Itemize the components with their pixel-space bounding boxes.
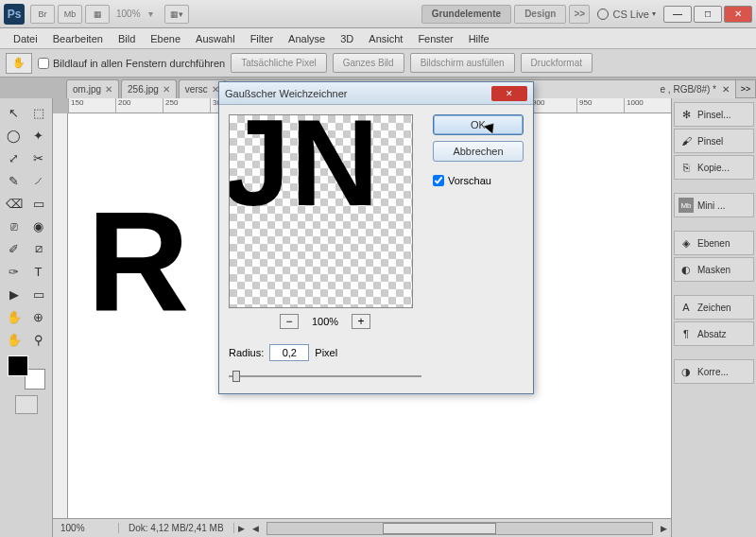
menu-ebene[interactable]: Ebene [143,31,188,46]
scroll-right-icon[interactable]: ▶ [657,524,671,533]
3d-tool[interactable]: ✋ [3,306,26,327]
tab-overflow[interactable]: >> [735,79,756,98]
window-maximize[interactable]: □ [694,6,722,23]
filter-preview[interactable]: JN [229,114,413,308]
workspace-more[interactable]: >> [569,5,590,24]
color-swatches[interactable] [8,355,45,390]
menu-analyse[interactable]: Analyse [281,31,333,46]
zoom-out-button[interactable]: − [280,314,299,329]
zoom-in-button[interactable]: + [352,314,370,329]
cursor-icon [485,119,498,136]
move-tool[interactable]: ↖ [3,102,26,123]
bridge-button[interactable]: Br [30,5,55,24]
menu-3d[interactable]: 3D [333,31,361,46]
scroll-left-icon[interactable]: ◀ [249,524,263,533]
menu-hilfe[interactable]: Hilfe [461,31,497,46]
lasso-tool[interactable]: ◯ [3,125,26,146]
panel-brush-presets[interactable]: ✻Pinsel... [674,102,754,127]
brush-tool[interactable]: ⟋ [27,170,50,191]
blur-tool[interactable]: ✐ [3,238,26,259]
zoom-tool[interactable]: ⚲ [27,329,50,350]
tab-close-icon[interactable]: ✕ [163,84,170,95]
menu-bearbeiten[interactable]: Bearbeiten [45,31,111,46]
preview-label: Vorschau [448,175,491,186]
dialog-close-button[interactable]: ✕ [491,86,527,101]
quickmask-toggle[interactable] [15,395,38,414]
shape-tool[interactable]: ▭ [27,284,50,304]
scroll-all-checkbox[interactable]: Bildlauf in allen Fenstern durchführen [38,58,225,69]
cslive-label: CS Live [612,9,649,20]
zoom-dropdown-icon[interactable]: ▾ [148,9,153,19]
wand-tool[interactable]: ✦ [27,125,50,146]
tab-close-icon[interactable]: ✕ [722,84,730,95]
workspace-grundelemente[interactable]: Grundelemente [421,5,511,24]
radius-label: Radius: [229,347,264,358]
ok-button[interactable]: OK [433,114,524,135]
slider-thumb[interactable] [232,371,240,382]
hand-tool[interactable]: ✋ [3,329,26,350]
minibridge-button[interactable]: Mb [58,5,82,24]
doc-tab[interactable]: 256.jpg✕ [121,79,177,98]
status-zoom[interactable]: 100% [53,523,119,533]
fill-screen-button[interactable]: Bildschirm ausfüllen [410,53,515,73]
panel-masks[interactable]: ◐Masken [674,257,754,282]
status-bar: 100% Dok: 4,12 MB/2,41 MB ▶ ◀ ▶ [53,518,671,537]
panel-character[interactable]: AZeichen [674,295,754,320]
cslive-button[interactable]: CS Live ▾ [597,9,656,20]
preview-checkbox-input[interactable] [433,175,444,186]
mb-icon: Mb [679,198,694,213]
horizontal-scrollbar[interactable] [263,522,657,535]
heal-tool[interactable]: ✎ [3,170,26,191]
radius-slider[interactable] [229,369,421,384]
panel-layers[interactable]: ◈Ebenen [674,231,754,255]
type-tool[interactable]: T [27,261,50,282]
stamp-tool[interactable]: ⌫ [3,193,26,214]
screen-mode-button[interactable]: ▦▾ [164,5,189,24]
menu-ansicht[interactable]: Ansicht [361,31,410,46]
eraser-tool[interactable]: ⎚ [3,216,26,236]
hand-tool-icon[interactable]: ✋ [6,53,32,74]
marquee-tool[interactable]: ⬚ [27,102,50,123]
path-tool[interactable]: ▶ [3,284,26,304]
menu-bild[interactable]: Bild [111,31,143,46]
dialog-title: Gaußscher Weichzeichner [225,88,491,99]
workspace-design[interactable]: Design [514,5,566,24]
crop-tool[interactable]: ⤢ [3,147,26,168]
doc-tab[interactable]: om.jpg✕ [66,79,119,98]
status-doc-info[interactable]: Dok: 4,12 MB/2,41 MB [119,523,234,533]
history-brush-tool[interactable]: ▭ [27,193,50,214]
3d-camera-tool[interactable]: ⊕ [27,306,50,327]
actual-pixels-button[interactable]: Tatsächliche Pixel [231,53,326,73]
panel-minibridge[interactable]: MbMini ... [674,193,754,217]
window-close[interactable]: ✕ [724,6,752,23]
menu-datei[interactable]: Datei [6,31,45,46]
menu-filter[interactable]: Filter [243,31,281,46]
window-minimize[interactable]: — [663,6,692,23]
tab-close-icon[interactable]: ✕ [105,84,112,95]
menu-fenster[interactable]: Fenster [410,31,460,46]
panel-adjustments[interactable]: ◑Korre... [674,359,754,384]
menu-bar: Datei Bearbeiten Bild Ebene Auswahl Filt… [0,28,756,49]
gradient-tool[interactable]: ◉ [27,216,50,236]
print-size-button[interactable]: Druckformat [521,53,593,73]
scroll-all-input[interactable] [38,58,49,69]
foreground-color[interactable] [8,355,28,376]
dialog-titlebar[interactable]: Gaußscher Weichzeichner ✕ [219,82,533,105]
scroll-thumb[interactable] [383,523,496,534]
cancel-button[interactable]: Abbrechen [433,141,524,162]
panel-paragraph[interactable]: ¶Absatz [674,321,754,346]
scroll-all-label: Bildlauf in allen Fenstern durchführen [53,58,225,69]
chevron-right-icon[interactable]: ▶ [234,524,249,533]
eyedropper-tool[interactable]: ✂ [27,147,50,168]
radius-input[interactable] [269,344,309,361]
clone-icon: ⎘ [679,160,694,175]
zoom-level-display[interactable]: 100% [116,9,141,19]
dodge-tool[interactable]: ⧄ [27,238,50,259]
arrange-button[interactable]: ▦ [85,5,110,24]
pen-tool[interactable]: ✑ [3,261,26,282]
menu-auswahl[interactable]: Auswahl [188,31,243,46]
panel-brush[interactable]: 🖌Pinsel [674,129,754,153]
fit-screen-button[interactable]: Ganzes Bild [333,53,404,73]
preview-checkbox[interactable]: Vorschau [433,175,524,186]
panel-clone[interactable]: ⎘Kopie... [674,155,754,180]
